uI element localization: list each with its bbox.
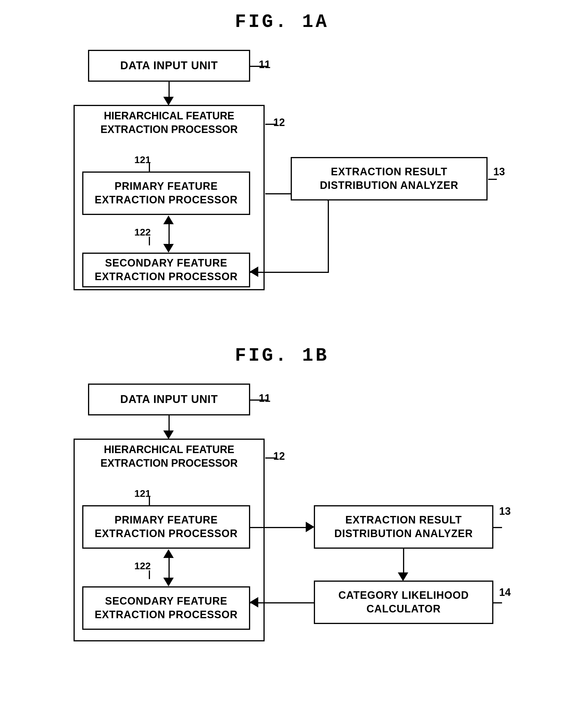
fig1b-arrow-to-extresult [306, 522, 314, 532]
fig1b-line-v-extresult-to-cat [403, 549, 404, 575]
fig1a-line-h2 [265, 124, 277, 125]
fig1b-arrow-to-category [398, 572, 408, 581]
fig1a-secondary-box: SECONDARY FEATURE EXTRACTION PROCESSOR [82, 253, 250, 287]
fig1a-arrow-v1-line [169, 82, 170, 99]
fig1a-ref122: 122 [134, 227, 151, 238]
fig1a-data-input-box: DATA INPUT UNIT [88, 50, 250, 82]
figure-1b-section: FIG. 1B DATA INPUT UNIT 11 HIERARCHICAL … [17, 345, 547, 673]
fig1a-arrow-down2 [163, 244, 174, 253]
fig1b-brace121 [149, 497, 150, 505]
fig1b-title: FIG. 1B [17, 345, 547, 366]
fig1a-arrow-to-secondary [250, 267, 258, 277]
fig1a-brace121 [149, 163, 150, 171]
fig1a-line-v-from-extresult [328, 200, 329, 273]
fig1b-dbl-line [169, 558, 170, 580]
fig1a-primary-box: PRIMARY FEATURE EXTRACTION PROCESSOR [82, 171, 250, 215]
fig1b-line-h4 [493, 602, 502, 603]
fig1b-ref122: 122 [134, 560, 151, 572]
fig1a-arrow-up [163, 216, 174, 224]
fig1b-line-h1 [250, 399, 268, 401]
fig1a-data-input-label: DATA INPUT UNIT [120, 59, 218, 73]
fig1b-ref11: 11 [259, 392, 271, 404]
fig1a-title: FIG. 1A [17, 12, 547, 32]
fig1a-ref11: 11 [259, 59, 271, 71]
fig1b-ref12: 12 [273, 450, 285, 462]
fig1a-ref13: 13 [493, 166, 505, 178]
fig1b-line-h3 [493, 527, 502, 528]
fig1a-hierarchical-label: HIERARCHICAL FEATURE EXTRACTION PROCESSO… [91, 109, 247, 136]
fig1a-extraction-result-box: EXTRACTION RESULT DISTRIBUTION ANALYZER [291, 157, 488, 200]
fig1b-ref121: 121 [134, 488, 151, 499]
fig1a-ref12: 12 [273, 116, 285, 129]
fig1b-arrow-down2 [163, 578, 174, 586]
fig1b-diagram: DATA INPUT UNIT 11 HIERARCHICAL FEATURE … [65, 384, 499, 673]
fig1a-line-h3 [488, 179, 497, 180]
fig1a-ref121: 121 [134, 154, 151, 165]
fig1b-line-h-primary-right [250, 527, 308, 528]
fig1b-arrow-up [163, 549, 174, 558]
fig1b-data-input-label: DATA INPUT UNIT [120, 392, 218, 406]
fig1b-hierarchical-label: HIERARCHICAL FEATURE EXTRACTION PROCESSO… [91, 443, 247, 470]
fig1a-diagram: DATA INPUT UNIT 11 HIERARCHICAL FEATURE … [65, 50, 499, 311]
fig1b-arrow-v1-head [163, 430, 174, 439]
fig1b-extraction-result-box: EXTRACTION RESULT DISTRIBUTION ANALYZER [314, 505, 493, 549]
fig1b-arrow-to-secondary [250, 597, 258, 607]
fig1b-line-h2 [265, 457, 277, 459]
figure-1a-section: FIG. 1A DATA INPUT UNIT 11 HIERARCHICAL … [17, 12, 547, 311]
fig1a-line-h1 [250, 66, 268, 67]
fig1b-line-h-cat-to-secondary [250, 602, 315, 603]
fig1a-brace122 [149, 237, 150, 245]
fig1b-arrow-v1-line [169, 415, 170, 433]
fig1b-category-box: CATEGORY LIKELIHOOD CALCULATOR [314, 581, 493, 624]
fig1a-dbl-line [169, 224, 170, 246]
fig1b-ref13: 13 [499, 505, 511, 517]
fig1b-secondary-box: SECONDARY FEATURE EXTRACTION PROCESSOR [82, 586, 250, 630]
fig1b-ref14: 14 [499, 586, 511, 599]
fig1b-data-input-box: DATA INPUT UNIT [88, 384, 250, 415]
fig1b-primary-box: PRIMARY FEATURE EXTRACTION PROCESSOR [82, 505, 250, 549]
fig1a-arrow-v1-head [163, 97, 174, 105]
fig1b-brace122 [149, 570, 150, 579]
fig1a-line-h-to-secondary [250, 272, 329, 273]
